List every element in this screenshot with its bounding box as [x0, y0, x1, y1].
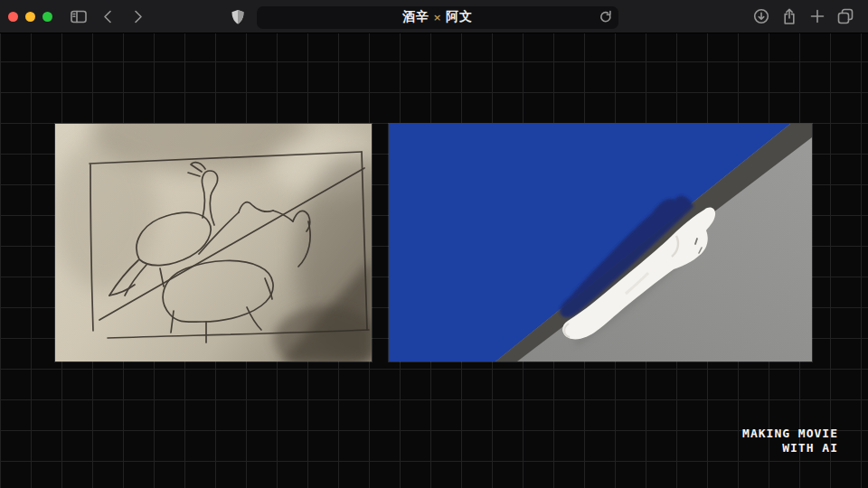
minimize-window-button[interactable] [25, 12, 35, 22]
browser-toolbar: 酒辛×阿文 [0, 0, 868, 33]
storyboard-sketch-panel [55, 124, 372, 361]
caption-line-2: WITH AI [742, 441, 838, 455]
new-tab-button[interactable] [806, 5, 829, 28]
back-button[interactable] [96, 5, 119, 28]
tab-overview-button[interactable] [834, 5, 857, 28]
sidebar-toggle-icon [71, 10, 87, 23]
share-icon [781, 8, 797, 25]
address-bar[interactable]: 酒辛×阿文 [257, 6, 618, 29]
download-icon [753, 8, 769, 24]
reload-icon [599, 10, 613, 25]
privacy-shield-button[interactable] [226, 5, 250, 29]
tab-overview-icon [837, 8, 854, 24]
share-button[interactable] [778, 5, 801, 28]
forward-button[interactable] [127, 5, 150, 28]
zoom-window-button[interactable] [42, 12, 52, 22]
reload-button[interactable] [599, 10, 613, 25]
sidebar-toggle-button[interactable] [67, 5, 90, 28]
caption-line-1: MAKING MOVIE [742, 427, 838, 441]
page-background: MAKING MOVIE WITH AI [0, 33, 868, 488]
shield-icon [231, 9, 245, 25]
ai-render-image [389, 124, 812, 361]
plus-icon [810, 9, 825, 23]
downloads-button[interactable] [750, 5, 773, 28]
traffic-lights [8, 12, 52, 22]
close-window-button[interactable] [8, 12, 18, 22]
storyboard-sketch-image [55, 124, 372, 361]
safari-window: 酒辛×阿文 [0, 0, 868, 488]
page-title: 酒辛×阿文 [402, 9, 473, 25]
forward-chevron-icon [134, 10, 143, 23]
caption-text: MAKING MOVIE WITH AI [742, 427, 838, 455]
back-chevron-icon [103, 10, 112, 23]
ai-render-panel [389, 124, 812, 361]
